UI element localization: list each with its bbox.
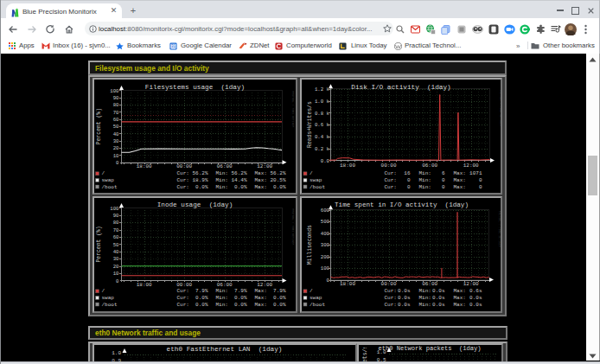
svg-text:Cur:: Cur: xyxy=(384,302,396,308)
svg-text:/boot: /boot xyxy=(101,184,117,190)
svg-text:/: / xyxy=(310,288,313,294)
svg-text:Max:: Max: xyxy=(453,184,465,190)
svg-text:Min:: Min: xyxy=(418,177,431,183)
svg-text:40: 40 xyxy=(112,249,118,255)
svg-text:0: 0 xyxy=(441,184,444,190)
svg-text:18:00: 18:00 xyxy=(339,281,354,287)
svg-text:6: 6 xyxy=(441,170,444,176)
svg-text:30: 30 xyxy=(112,256,118,262)
svg-text:Max:: Max: xyxy=(254,177,266,183)
svg-text:12:00: 12:00 xyxy=(257,282,272,288)
svg-text:30: 30 xyxy=(112,138,118,144)
svg-text:0.0: 0.0 xyxy=(320,158,329,164)
svg-text:12:00: 12:00 xyxy=(463,163,478,169)
svg-text:0.0%: 0.0% xyxy=(234,302,247,308)
svg-text:0.0s: 0.0s xyxy=(398,288,411,294)
svg-text:RRDTOOL / TOBI OETIKER: RRDTOOL / TOBI OETIKER xyxy=(290,91,294,127)
svg-text:56.2%: 56.2% xyxy=(231,170,246,176)
svg-text:0: 0 xyxy=(478,177,482,183)
svg-text:Cur:: Cur: xyxy=(176,170,188,176)
svg-text:0.6 k: 0.6 k xyxy=(314,122,329,128)
svg-text:RRDTOOL / TOBI OETIKER: RRDTOOL / TOBI OETIKER xyxy=(290,208,294,245)
svg-text:0: 0 xyxy=(326,278,329,284)
svg-text:90: 90 xyxy=(112,95,118,101)
svg-text:Cur:: Cur: xyxy=(176,295,188,301)
svg-text:Min:: Min: xyxy=(215,184,227,190)
svg-text:Max:: Max: xyxy=(453,302,465,308)
svg-text:swap: swap xyxy=(310,177,322,183)
svg-text:90: 90 xyxy=(112,213,118,219)
svg-text:/: / xyxy=(310,170,313,176)
svg-text:16: 16 xyxy=(404,170,411,176)
svg-text:600: 600 xyxy=(320,208,329,214)
svg-text:0.0s: 0.0s xyxy=(432,302,445,308)
svg-text:56.2%: 56.2% xyxy=(270,170,285,176)
svg-text:50: 50 xyxy=(112,242,118,248)
svg-text:7.9%: 7.9% xyxy=(273,288,286,294)
svg-text:Cur:: Cur: xyxy=(176,302,188,308)
svg-text:0.0%: 0.0% xyxy=(273,295,286,301)
svg-text:100: 100 xyxy=(110,88,119,94)
svg-text:swap: swap xyxy=(101,295,114,301)
svg-text:Min:: Min: xyxy=(418,302,431,308)
svg-text:Time spent in I/O activity (1: Time spent in I/O activity (1day) xyxy=(335,201,469,208)
svg-text:18:00: 18:00 xyxy=(136,282,151,288)
svg-text:Min:: Min: xyxy=(215,295,227,301)
svg-text:/: / xyxy=(101,170,105,176)
svg-text:00:00: 00:00 xyxy=(176,282,192,288)
svg-text:Disk I/O activity (1day): Disk I/O activity (1day) xyxy=(351,84,450,91)
svg-text:Cur:: Cur: xyxy=(384,295,396,301)
svg-text:0: 0 xyxy=(406,184,410,190)
svg-text:0.0s: 0.0s xyxy=(432,295,445,301)
svg-text:0.0%: 0.0% xyxy=(234,184,247,190)
svg-text:ets/s: ets/s xyxy=(362,348,368,362)
svg-text:00:00: 00:00 xyxy=(380,281,396,287)
svg-text:20: 20 xyxy=(112,264,118,270)
svg-text:Max:: Max: xyxy=(254,295,266,301)
svg-text:/boot: /boot xyxy=(101,302,117,308)
svg-text:0.0s: 0.0s xyxy=(398,302,411,308)
svg-text:14.4%: 14.4% xyxy=(231,177,246,183)
svg-text:80: 80 xyxy=(112,220,118,226)
svg-text:1071: 1071 xyxy=(469,170,482,176)
svg-text:/: / xyxy=(101,288,105,294)
svg-text:100: 100 xyxy=(110,206,119,212)
svg-text:400: 400 xyxy=(320,231,329,237)
svg-text:0.0s: 0.0s xyxy=(469,302,482,308)
svg-text:06:00: 06:00 xyxy=(422,163,437,169)
svg-text:Milliseconds: Milliseconds xyxy=(307,225,313,265)
svg-text:/boot: /boot xyxy=(310,302,325,308)
svg-text:Min:: Min: xyxy=(215,288,227,294)
svg-text:18:00: 18:00 xyxy=(136,163,151,169)
svg-text:Max:: Max: xyxy=(254,302,266,308)
svg-text:70: 70 xyxy=(112,110,118,116)
svg-text:0.0s: 0.0s xyxy=(432,288,445,294)
svg-text:7.9%: 7.9% xyxy=(234,288,247,294)
svg-text:7.9%: 7.9% xyxy=(195,288,208,294)
svg-text:06:00: 06:00 xyxy=(216,163,232,169)
svg-text:Max:: Max: xyxy=(453,170,465,176)
svg-text:eth0 Network packets (1day): eth0 Network packets (1day) xyxy=(378,345,481,352)
svg-text:Cur:: Cur: xyxy=(384,184,396,190)
svg-text:18:00: 18:00 xyxy=(339,163,354,169)
svg-text:80: 80 xyxy=(112,102,118,108)
svg-text:0.4 k: 0.4 k xyxy=(314,134,329,140)
svg-text:500: 500 xyxy=(320,219,329,225)
svg-text:0.0%: 0.0% xyxy=(195,302,208,308)
svg-text:0.0s: 0.0s xyxy=(469,295,482,301)
svg-text:Max:: Max: xyxy=(453,295,465,301)
svg-text:00:00: 00:00 xyxy=(380,163,396,169)
svg-text:eth0 FastEthernet LAN (1day): eth0 FastEthernet LAN (1day) xyxy=(166,346,282,353)
svg-text:0: 0 xyxy=(116,278,119,284)
svg-text:12:00: 12:00 xyxy=(463,281,478,287)
svg-text:0.8 k: 0.8 k xyxy=(314,111,329,117)
svg-text:100: 100 xyxy=(320,265,329,271)
svg-text:1.2 k: 1.2 k xyxy=(314,86,329,93)
svg-text:Filesystems usage (1day): Filesystems usage (1day) xyxy=(144,84,244,91)
svg-text:0: 0 xyxy=(116,160,119,166)
svg-text:10: 10 xyxy=(112,153,118,159)
svg-text:0.0%: 0.0% xyxy=(273,302,286,308)
svg-text:Max:: Max: xyxy=(453,288,465,294)
svg-text:RRDTOOL / TOBI OETIKER: RRDTOOL / TOBI OETIKER xyxy=(498,211,501,247)
svg-text:12:00: 12:00 xyxy=(257,163,272,169)
